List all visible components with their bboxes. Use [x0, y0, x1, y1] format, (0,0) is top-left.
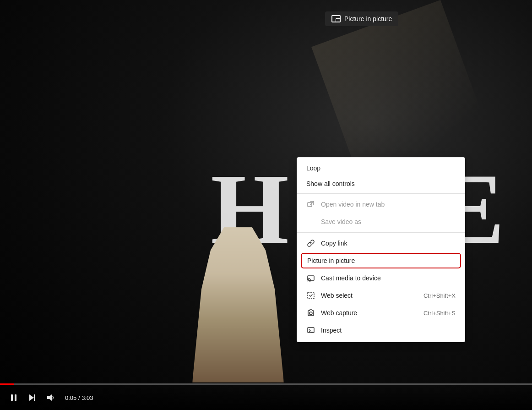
menu-item-copy-link-label: Copy link — [321, 240, 347, 247]
svg-rect-5 — [308, 328, 314, 333]
svg-rect-7 — [15, 394, 16, 401]
svg-point-2 — [308, 281, 309, 282]
menu-item-pip[interactable]: Picture in picture — [301, 253, 461, 268]
robed-figure — [192, 227, 284, 383]
svg-rect-9 — [34, 394, 35, 401]
menu-item-cast-label: Cast media to device — [321, 274, 381, 282]
menu-item-loop-label: Loop — [306, 164, 320, 172]
web-capture-icon — [306, 308, 315, 317]
time-display: 0:05 / 3:03 — [65, 394, 93, 401]
menu-item-pip-label: Picture in picture — [307, 257, 355, 264]
separator-1 — [297, 193, 465, 194]
menu-item-open-new-tab-label: Open video in new tab — [321, 201, 385, 208]
web-select-icon — [306, 291, 315, 300]
save-placeholder-icon — [306, 217, 315, 226]
menu-item-inspect[interactable]: Inspect — [297, 322, 465, 339]
pip-tooltip: Picture in picture — [325, 11, 398, 26]
link-icon — [306, 239, 315, 248]
menu-item-save-video-label: Save video as — [321, 218, 361, 225]
pip-tooltip-label: Picture in picture — [344, 15, 392, 22]
controls-bar: 0:05 / 3:03 — [0, 385, 532, 410]
svg-marker-8 — [29, 394, 34, 401]
context-menu: Loop Show all controls Open video in new… — [297, 157, 465, 342]
menu-item-show-controls[interactable]: Show all controls — [297, 176, 465, 191]
svg-point-4 — [309, 312, 312, 315]
svg-rect-0 — [308, 202, 312, 207]
pip-tooltip-icon — [331, 15, 341, 22]
next-button[interactable] — [26, 391, 38, 404]
separator-2 — [297, 232, 465, 233]
menu-item-web-select[interactable]: Web select Ctrl+Shift+X — [297, 287, 465, 304]
menu-item-show-controls-label: Show all controls — [306, 180, 355, 187]
menu-item-web-select-label: Web select — [321, 292, 353, 299]
svg-marker-10 — [47, 394, 52, 401]
web-select-shortcut: Ctrl+Shift+X — [423, 292, 456, 299]
menu-item-loop[interactable]: Loop — [297, 160, 465, 176]
menu-item-web-capture[interactable]: Web capture Ctrl+Shift+S — [297, 304, 465, 322]
menu-item-open-new-tab: Open video in new tab — [297, 196, 465, 213]
volume-button[interactable] — [44, 391, 57, 404]
video-player: H E Picture in picture Loop Show all con… — [0, 0, 532, 410]
menu-item-copy-link[interactable]: Copy link — [297, 235, 465, 252]
external-icon — [306, 200, 315, 209]
menu-item-web-capture-label: Web capture — [321, 309, 357, 317]
web-capture-shortcut: Ctrl+Shift+S — [423, 310, 456, 317]
cast-icon — [306, 273, 315, 283]
menu-item-save-video: Save video as — [297, 213, 465, 230]
inspect-icon — [306, 326, 315, 335]
menu-item-cast[interactable]: Cast media to device — [297, 269, 465, 287]
play-pause-button[interactable] — [7, 391, 20, 404]
svg-rect-6 — [11, 394, 13, 401]
menu-item-inspect-label: Inspect — [321, 327, 342, 334]
